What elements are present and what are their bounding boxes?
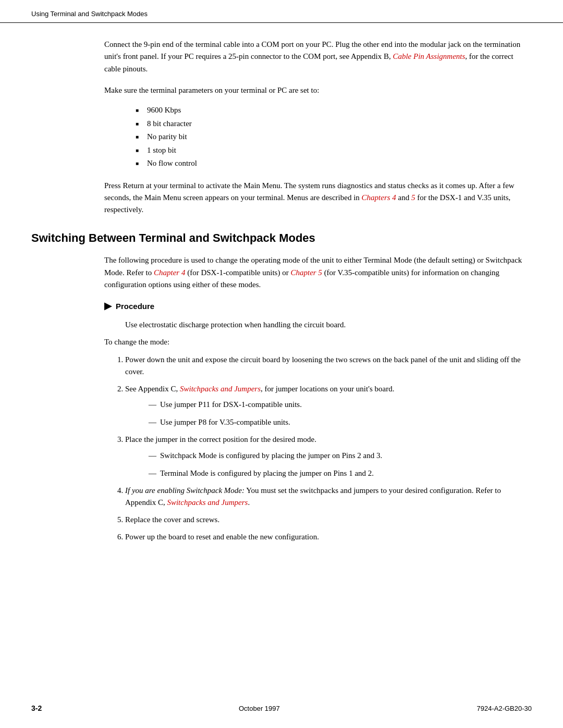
footer-date: October 1997 — [239, 705, 280, 712]
step-6: Power up the board to reset and enable t… — [125, 531, 532, 543]
chapter-5-link[interactable]: 5 — [411, 193, 415, 202]
chapter-5-link2[interactable]: Chapter 5 — [290, 268, 322, 277]
step-2-text-before: See Appendix C, — [125, 385, 178, 393]
to-change-paragraph: To change the mode: — [104, 336, 532, 348]
step-2-text-after: , for jumper locations on your unit's bo… — [261, 385, 394, 393]
switchpacks-jumpers-link-2[interactable]: Switchpacks and Jumpers — [167, 498, 248, 507]
intro-paragraph: Connect the 9-pin end of the terminal ca… — [104, 39, 532, 75]
step-5-text: Replace the cover and screws. — [125, 515, 219, 524]
step-3: Place the jumper in the correct position… — [125, 434, 532, 479]
chapter-4-link[interactable]: Chapter 4 — [154, 268, 185, 277]
sub-list-item: Use jumper P8 for V.35-compatible units. — [149, 416, 532, 428]
to-change-text: To change the mode: — [104, 338, 169, 346]
use-electrostatic-text: Use electrostatic discharge protection w… — [125, 320, 346, 329]
header-text: Using Terminal and Switchpack Modes — [31, 10, 148, 18]
switchpacks-jumpers-link-1[interactable]: Switchpacks and Jumpers — [180, 385, 261, 393]
step-5: Replace the cover and screws. — [125, 514, 532, 526]
step-4-italic: If you are enabling Switchpack Mode: — [125, 486, 244, 495]
step-1-text: Power down the unit and expose the circu… — [125, 355, 521, 376]
sub-list-item: Use jumper P11 for DSX-1-compatible unit… — [149, 398, 532, 411]
page-footer: 3-2 October 1997 7924-A2-GB20-30 — [0, 704, 563, 712]
footer-page-number: 3-2 — [31, 704, 42, 712]
make-sure-text: Make sure the terminal parameters on you… — [104, 86, 319, 94]
list-item: 1 stop bit — [136, 144, 532, 157]
list-item: 8 bit character — [136, 117, 532, 131]
numbered-steps-list: Power down the unit and expose the circu… — [112, 354, 532, 544]
main-content: Connect the 9-pin end of the terminal ca… — [0, 23, 563, 580]
procedure-arrow-icon: ▶ — [104, 300, 112, 312]
step-2: See Appendix C, Switchpacks and Jumpers,… — [125, 383, 532, 428]
chapters-4-link[interactable]: Chapters 4 — [362, 193, 396, 202]
list-item: No parity bit — [136, 130, 532, 144]
step-4: If you are enabling Switchpack Mode: You… — [125, 485, 532, 509]
procedure-header: ▶ Procedure — [104, 300, 532, 312]
step-6-text: Power up the board to reset and enable t… — [125, 533, 319, 541]
press-return-paragraph: Press Return at your terminal to activat… — [104, 180, 532, 216]
step-4-text-end: . — [248, 498, 250, 507]
procedure-label: Procedure — [116, 302, 154, 311]
list-item: 9600 Kbps — [136, 104, 532, 117]
sub-list-item: Switchpack Mode is configured by placing… — [149, 449, 532, 462]
following-paragraph: The following procedure is used to chang… — [104, 254, 532, 291]
press-return-and: and — [398, 193, 410, 202]
footer-document-number: 7924-A2-GB20-30 — [476, 705, 532, 712]
procedure-use-electrostatic: Use electrostatic discharge protection w… — [125, 319, 532, 331]
step-3-sub-list: Switchpack Mode is configured by placing… — [136, 449, 532, 479]
step-2-sub-list: Use jumper P11 for DSX-1-compatible unit… — [136, 398, 532, 428]
page: Using Terminal and Switchpack Modes Conn… — [0, 0, 563, 728]
step-3-text: Place the jumper in the correct position… — [125, 435, 316, 443]
step-1: Power down the unit and expose the circu… — [125, 354, 532, 378]
sub-list-item: Terminal Mode is configured by placing t… — [149, 467, 532, 479]
header-bar: Using Terminal and Switchpack Modes — [0, 0, 563, 23]
terminal-parameters-list: 9600 Kbps 8 bit character No parity bit … — [136, 104, 532, 170]
section-heading: Switching Between Terminal and Switchpac… — [31, 231, 532, 245]
make-sure-paragraph: Make sure the terminal parameters on you… — [104, 84, 532, 96]
following-middle: (for DSX-1-compatible units) or — [187, 268, 289, 277]
cable-pin-link[interactable]: Cable Pin Assignments — [393, 52, 465, 60]
list-item: No flow control — [136, 157, 532, 170]
